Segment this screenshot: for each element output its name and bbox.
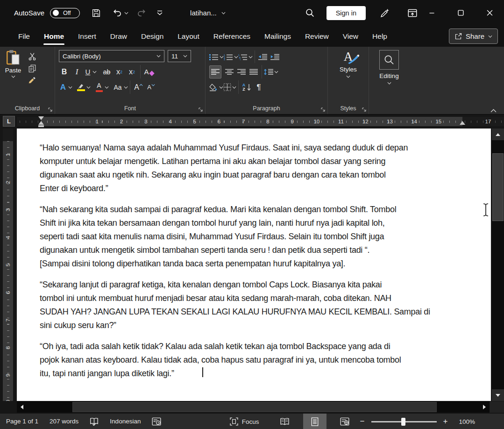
zoom-level-indicator[interactable]: 100% <box>459 418 475 425</box>
paste-button[interactable]: Paste <box>0 50 26 104</box>
focus-mode-button[interactable]: Focus <box>230 417 259 426</box>
tab-review[interactable]: Review <box>298 26 336 47</box>
tab-help[interactable]: Help <box>365 26 394 47</box>
font-color-button[interactable]: A <box>93 80 105 94</box>
bold-button[interactable]: B <box>58 65 71 79</box>
chevron-down-icon[interactable] <box>86 86 91 89</box>
proofing-status-icon[interactable] <box>90 417 99 426</box>
vertical-scrollbar[interactable] <box>492 129 504 401</box>
chevron-down-icon[interactable] <box>68 86 72 89</box>
chevron-down-icon[interactable] <box>105 86 109 89</box>
horizontal-scroll-thumb[interactable] <box>72 402 437 412</box>
numbering-button[interactable]: 123 <box>224 50 238 64</box>
quick-access-toolbar-icon[interactable] <box>156 10 163 15</box>
decrease-indent-button[interactable] <box>257 50 269 64</box>
document-paragraph[interactable]: “Halo semuanya! Nama saya adalah Muhamma… <box>40 141 464 195</box>
search-icon[interactable] <box>305 8 314 17</box>
document-paragraph[interactable]: “Sekarang lanjut di paragraf ketiga, kit… <box>40 278 464 332</box>
text-effects-button[interactable]: A <box>58 80 68 94</box>
page-number-indicator[interactable]: Page 1 of 1 <box>6 418 38 425</box>
text-predictions-icon[interactable] <box>152 417 161 426</box>
close-button[interactable] <box>475 0 504 26</box>
tab-design[interactable]: Design <box>134 26 170 47</box>
show-formatting-marks-button[interactable]: ¶ <box>253 81 265 94</box>
web-layout-button[interactable] <box>333 414 356 429</box>
styles-button[interactable]: A Styles <box>328 47 369 78</box>
horizontal-scrollbar[interactable] <box>17 401 490 413</box>
align-left-button[interactable] <box>209 65 221 79</box>
scroll-up-button[interactable] <box>492 129 504 140</box>
bullets-button[interactable] <box>209 50 224 64</box>
ribbon-display-options-icon[interactable] <box>408 9 417 17</box>
cut-button[interactable] <box>28 52 36 60</box>
paragraph-dialog-launcher-icon[interactable] <box>321 107 326 112</box>
align-right-button[interactable] <box>235 65 248 79</box>
autosave-toggle[interactable]: Off <box>50 8 80 18</box>
subscript-button[interactable]: x2 <box>113 65 126 79</box>
save-icon[interactable] <box>92 9 100 17</box>
copy-button[interactable] <box>28 64 36 72</box>
document-paragraph[interactable]: “Oh iya, tadi ada salah ketik tidak? Kal… <box>40 340 464 380</box>
scroll-left-button[interactable] <box>17 401 27 413</box>
sign-in-button[interactable]: Sign in <box>327 6 366 20</box>
hanging-indent-marker[interactable] <box>38 121 44 125</box>
vertical-ruler[interactable]: 12345678910 <box>3 129 13 401</box>
italic-button[interactable]: I <box>71 65 83 79</box>
chevron-down-icon[interactable] <box>92 71 97 73</box>
document-title[interactable]: latihan... <box>190 9 226 17</box>
word-count-indicator[interactable]: 207 words <box>50 418 78 425</box>
grow-font-button[interactable]: A <box>132 80 145 94</box>
document-paragraph[interactable]: “Nah sekarang kita sudah sampai di parag… <box>40 203 464 271</box>
line-spacing-button[interactable] <box>264 65 278 79</box>
read-mode-button[interactable] <box>273 414 297 429</box>
align-center-button[interactable] <box>223 65 235 79</box>
maximize-button[interactable] <box>446 0 475 26</box>
zoom-slider[interactable] <box>371 421 437 422</box>
change-case-button[interactable]: Aa <box>112 80 124 94</box>
tab-layout[interactable]: Layout <box>170 26 206 47</box>
underline-button[interactable]: U <box>83 65 92 79</box>
chevron-down-icon[interactable] <box>124 86 128 89</box>
highlight-color-button[interactable] <box>75 80 86 94</box>
collapse-ribbon-icon[interactable] <box>490 109 497 113</box>
share-button[interactable]: Share <box>449 29 498 44</box>
superscript-button[interactable]: x2 <box>126 65 138 79</box>
vertical-scroll-thumb[interactable] <box>492 153 504 221</box>
zoom-slider-thumb[interactable] <box>401 418 405 426</box>
zoom-out-button[interactable]: − <box>356 417 369 426</box>
format-painter-button[interactable] <box>28 77 36 84</box>
language-indicator[interactable]: Indonesian <box>110 418 141 425</box>
undo-button[interactable] <box>113 9 128 17</box>
right-indent-marker[interactable] <box>460 121 465 125</box>
font-dialog-launcher-icon[interactable] <box>199 107 203 112</box>
styles-dialog-launcher-icon[interactable] <box>362 107 367 112</box>
increase-indent-button[interactable] <box>269 50 281 64</box>
first-line-indent-marker[interactable] <box>38 116 44 120</box>
tab-view[interactable]: View <box>336 26 365 47</box>
tab-selector[interactable]: L <box>3 116 15 127</box>
strikethrough-button[interactable]: ab <box>100 65 113 79</box>
zoom-in-button[interactable]: + <box>440 417 452 426</box>
borders-button[interactable] <box>223 81 236 94</box>
tab-file[interactable]: File <box>11 26 37 47</box>
tab-draw[interactable]: Draw <box>103 26 134 47</box>
font-size-combobox[interactable]: 11 <box>168 50 191 62</box>
shrink-font-button[interactable]: A <box>145 80 157 94</box>
feedback-pen-icon[interactable] <box>380 8 390 18</box>
left-indent-marker[interactable] <box>38 125 44 127</box>
minimize-button[interactable] <box>417 0 446 26</box>
shading-button[interactable] <box>209 81 223 94</box>
font-name-combobox[interactable]: Calibri (Body) <box>59 50 164 62</box>
tab-mailings[interactable]: Mailings <box>257 26 298 47</box>
multilevel-list-button[interactable]: 1ai <box>238 50 253 64</box>
justify-button[interactable] <box>248 65 260 79</box>
redo-button[interactable] <box>137 9 146 17</box>
horizontal-ruler[interactable]: 12345678910111213141517 <box>17 117 504 126</box>
tab-references[interactable]: References <box>206 26 257 47</box>
clipboard-dialog-launcher-icon[interactable] <box>48 107 53 112</box>
editing-button[interactable]: Editing <box>369 47 409 85</box>
scroll-right-button[interactable] <box>479 401 490 413</box>
print-layout-button[interactable] <box>303 414 327 429</box>
tab-home[interactable]: Home <box>37 26 71 47</box>
scroll-down-button[interactable] <box>492 389 504 401</box>
